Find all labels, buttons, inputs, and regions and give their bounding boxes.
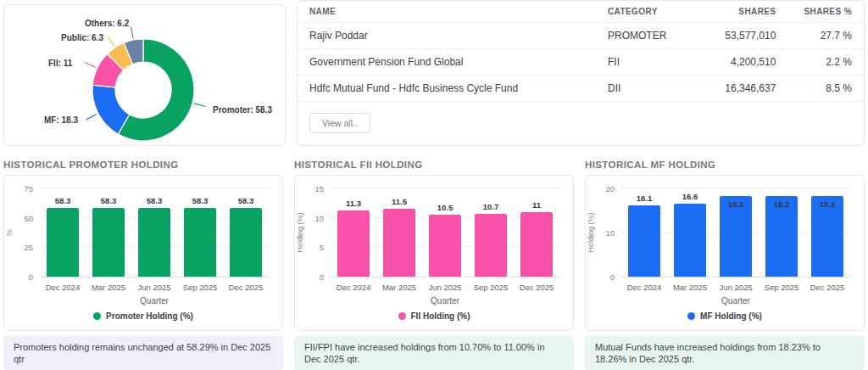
holder-category: FII [608,56,700,68]
bar-column: 11.5 [383,189,415,277]
plot-area: 58.358.358.358.358.3 [40,189,269,278]
view-all-button[interactable]: View all.. [309,113,370,133]
legend-label: FII Holding (%) [411,311,470,321]
gridline [621,188,850,188]
holder-shares: 4,200,510 [700,56,776,68]
bar-value-label: 10.5 [437,203,453,212]
mf-holding-chart-card: Holding (%) 01020 16.116.618.318.218.3 D… [585,175,865,331]
y-axis: 0255075 [4,189,33,278]
fii-holding-note: FII/FPI have increased holdings from 10.… [294,336,574,370]
x-tick-label: Dec 2024 [331,283,376,292]
bar-column: 18.3 [811,189,843,277]
holder-shares-pct: 8.5 % [776,82,852,94]
x-axis-title: Quarter [331,296,559,306]
holder-name: Government Pension Fund Global [309,56,608,68]
legend-label: MF Holding (%) [700,311,762,321]
bar-dec-2024 [337,210,370,277]
x-tick-label: Sep 2025 [759,283,804,292]
plot-area: 11.311.510.510.711 [331,189,559,278]
bar-column: 10.5 [429,189,461,277]
section-mf-holding: HISTORICAL MF HOLDING Holding (%) 01020 … [585,160,865,370]
section-promoter-holding: HISTORICAL PROMOTER HOLDING % 0255075 58… [3,160,283,370]
x-tick-label: Dec 2024 [40,283,86,292]
bar-value-label: 16.6 [682,192,698,201]
bar-value-label: 10.7 [483,202,499,211]
bar-value-label: 58.3 [101,196,117,205]
donut-label-mf: MF: 18.3 [44,115,78,125]
holder-shares-pct: 27.7 % [776,30,852,42]
y-tick-label: 0 [586,272,615,282]
x-tick-label: Jun 2025 [713,283,759,292]
y-tick-label: 5 [295,243,324,252]
holder-shares-pct: 2.2 % [776,56,852,68]
section-title-mf: HISTORICAL MF HOLDING [585,160,865,171]
x-axis-labels: Dec 2024Mar 2025Jun 2025Sep 2025Dec 2025 [621,283,850,292]
column-header-shares: SHARES [700,7,776,16]
bar-sep-2025 [184,208,216,277]
bar-value-label: 11 [532,200,541,210]
bar-column: 18.2 [765,189,798,277]
chart-legend: FII Holding (%) [295,311,573,321]
bar-dec-2025 [520,212,553,277]
table-header-row: NAME CATEGORY SHARES SHARES % [298,1,864,23]
bar-jun-2025 [138,208,170,277]
promoter-holding-chart-card: % 0255075 58.358.358.358.358.3 Dec 2024M… [3,175,283,331]
donut-leader-line [85,63,96,68]
bar-column: 16.1 [628,189,660,277]
x-tick-label: Dec 2025 [514,283,559,292]
x-tick-label: Dec 2025 [804,283,850,292]
bar-dec-2024 [628,205,660,277]
section-title-promoter: HISTORICAL PROMOTER HOLDING [3,160,283,171]
bar-value-label: 11.3 [346,199,361,208]
chart-legend: Promoter Holding (%) [4,311,282,321]
x-tick-label: Mar 2025 [86,283,131,292]
donut-label-others: Others: 6.2 [85,19,129,28]
y-tick-label: 75 [4,184,33,193]
bar-column: 58.3 [230,189,262,277]
bar-mar-2025 [383,209,415,277]
donut-leader-line [194,104,206,107]
legend-label: Promoter Holding (%) [106,311,193,321]
y-axis: 01020 [586,189,615,278]
bar-dec-2025 [230,208,262,277]
bar-mar-2025 [92,208,125,277]
column-header-shares-pct: SHARES % [776,7,852,16]
holder-category: DII [608,82,700,94]
bar-column: 11 [520,189,553,277]
y-tick-label: 15 [295,184,324,193]
shareholding-donut-card: Others: 6.2 Public: 6.3 FII: 11 MF: 18.3… [3,4,286,146]
bar-value-label: 58.3 [55,196,71,205]
fii-holding-chart-card: Holding (%) 051015 11.311.510.510.711 De… [294,175,574,331]
column-header-category: CATEGORY [608,7,700,16]
y-tick-label: 0 [295,272,324,282]
donut-leader-line [86,115,97,120]
donut-label-fii: FII: 11 [48,59,72,68]
x-tick-label: Dec 2025 [223,283,269,292]
y-tick-label: 25 [4,243,33,252]
legend-dot [398,312,406,320]
promoter-holding-note: Promoters holding remains unchanged at 5… [3,336,283,370]
bar-column: 58.3 [184,189,216,277]
x-tick-label: Sep 2025 [468,283,514,292]
y-tick-label: 50 [4,214,33,223]
bar-value-label: 58.3 [147,196,163,205]
y-tick-label: 0 [4,272,33,282]
chart-legend: MF Holding (%) [586,311,864,321]
bars-row: 58.358.358.358.358.3 [40,189,269,277]
holder-shares: 53,577,010 [700,30,776,42]
x-tick-label: Mar 2025 [667,283,713,292]
x-axis-labels: Dec 2024Mar 2025Jun 2025Sep 2025Dec 2025 [331,283,559,292]
mf-holding-note: Mutual Funds have increased holdings fro… [585,336,865,370]
gridline [40,188,269,188]
table-row: Hdfc Mutual Fund - Hdfc Business Cycle F… [298,76,864,102]
section-fii-holding: HISTORICAL FII HOLDING Holding (%) 05101… [294,160,574,370]
bar-column: 16.6 [674,189,706,277]
gridline [331,188,559,188]
plot-area: 16.116.618.318.218.3 [621,189,850,278]
bar-column: 58.3 [47,189,79,277]
bar-value-label: 18.3 [820,199,836,209]
donut-label-promoter: Promoter: 58.3 [213,105,272,115]
x-tick-label: Sep 2025 [177,283,223,292]
column-header-name: NAME [309,7,608,16]
donut-leader-line [108,36,114,47]
